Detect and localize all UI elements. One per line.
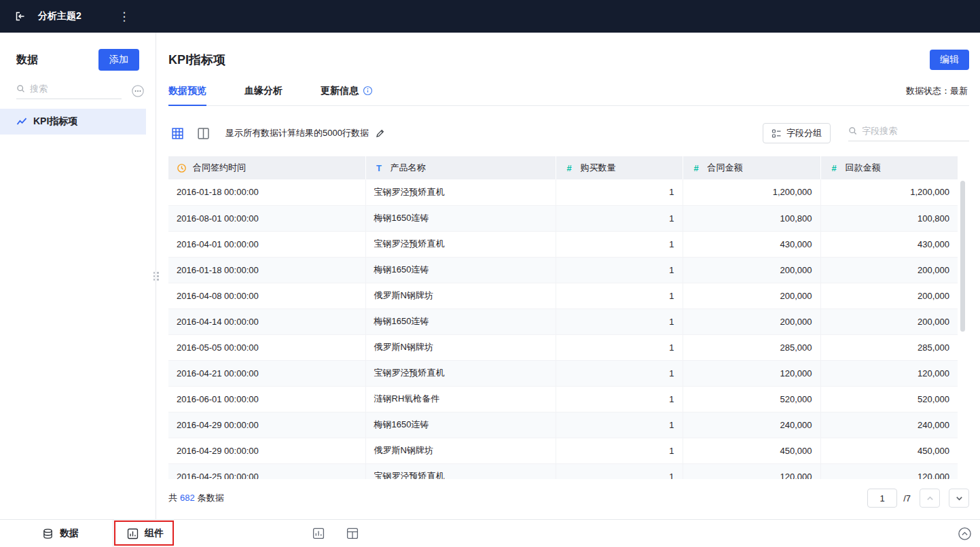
table-cell: 宝钢罗泾预矫直机: [365, 179, 556, 205]
next-page-button[interactable]: [949, 489, 969, 508]
table-cell: 俄罗斯N钢牌坊: [365, 438, 556, 463]
table-cell: 2016-04-29 00:00:00: [168, 438, 365, 463]
insert-table-icon[interactable]: [346, 527, 359, 540]
table-cell: 1: [556, 283, 683, 308]
exit-icon[interactable]: [11, 7, 29, 25]
table-cell: 1: [556, 179, 683, 205]
number-field-icon: #: [691, 163, 702, 173]
pane-resize-handle[interactable]: [153, 272, 160, 281]
pagination: /7: [867, 489, 969, 508]
table-cell: 2016-04-29 00:00:00: [168, 412, 365, 438]
chevron-down-icon: [955, 494, 964, 503]
sidebar-item-label: KPI指标项: [33, 116, 77, 128]
table-body: 2016-01-18 00:00:00宝钢罗泾预矫直机11,200,0001,2…: [168, 179, 958, 479]
bar-chart-icon: [127, 528, 139, 540]
add-data-button[interactable]: 添加: [98, 49, 139, 71]
insert-chart-icon[interactable]: [312, 527, 325, 540]
sidebar-item-kpi-dataset[interactable]: KPI指标项: [0, 109, 146, 135]
table-cell: 285,000: [820, 334, 958, 360]
field-search-input[interactable]: [862, 126, 969, 136]
sidebar-search[interactable]: [16, 84, 122, 99]
table-row: 2016-04-29 00:00:00梅钢1650连铸1240,000240,0…: [168, 412, 958, 438]
table-cell: 1,200,000: [820, 179, 958, 205]
field-group-button[interactable]: 字段分组: [763, 123, 831, 143]
table-cell: 宝钢罗泾预矫直机: [365, 360, 556, 386]
table-cell: 1: [556, 205, 683, 231]
table-cell: 100,800: [683, 205, 820, 231]
table-cell: 俄罗斯N钢牌坊: [365, 283, 556, 308]
table-cell: 450,000: [683, 438, 820, 463]
sidebar-search-input[interactable]: [30, 84, 122, 94]
table-cell: 100,800: [820, 205, 958, 231]
tab-update-info[interactable]: 更新信息: [321, 76, 373, 105]
table-cell: 1: [556, 360, 683, 386]
chevron-up-circle-icon: [958, 527, 972, 541]
table-cell: 450,000: [820, 438, 958, 463]
table-cell: 520,000: [683, 386, 820, 412]
row-count-text: 共682条数据: [168, 492, 224, 504]
tab-lineage-analysis[interactable]: 血缘分析: [244, 76, 283, 105]
edit-button[interactable]: 编辑: [930, 50, 969, 70]
table-cell: 1: [556, 386, 683, 412]
table-cell: 120,000: [683, 463, 820, 479]
table-cell: 1,200,000: [683, 179, 820, 205]
previous-page-button[interactable]: [920, 489, 940, 508]
vertical-scrollbar-thumb[interactable]: [960, 181, 965, 332]
column-header-contract-date[interactable]: 合同签约时间: [168, 156, 365, 179]
table-row: 2016-01-18 00:00:00宝钢罗泾预矫直机11,200,0001,2…: [168, 179, 958, 205]
table-cell: 梅钢1650连铸: [365, 308, 556, 334]
bottom-tab-data[interactable]: 数据: [42, 520, 113, 547]
edit-row-limit-icon[interactable]: [375, 128, 385, 139]
number-field-icon: #: [829, 163, 839, 173]
column-header-payment-amount[interactable]: # 回款金额: [820, 156, 958, 179]
table-cell: 宝钢罗泾预矫直机: [365, 463, 556, 479]
table-cell: 俄罗斯N钢牌坊: [365, 334, 556, 360]
table-cell: 2016-04-14 00:00:00: [168, 308, 365, 334]
table-cell: 120,000: [683, 360, 820, 386]
table-cell: 2016-05-05 00:00:00: [168, 334, 365, 360]
field-search[interactable]: [848, 126, 969, 141]
clock-icon: [177, 163, 187, 173]
table-row: 2016-05-05 00:00:00俄罗斯N钢牌坊1285,000285,00…: [168, 334, 958, 360]
topbar: 分析主题2 ⋮: [0, 0, 980, 33]
table-cell: 2016-08-01 00:00:00: [168, 205, 365, 231]
subject-title: 分析主题2: [38, 10, 81, 22]
table-cell: 宝钢罗泾预矫直机: [365, 231, 556, 257]
grid-view-icon[interactable]: [168, 124, 186, 142]
search-icon: [16, 84, 25, 94]
column-view-icon[interactable]: [194, 124, 212, 142]
page-number-input[interactable]: [867, 489, 897, 508]
column-header-product-name[interactable]: T 产品名称: [365, 156, 556, 179]
table-row: 2016-04-14 00:00:00梅钢1650连铸1200,000200,0…: [168, 308, 958, 334]
tab-bar: 数据预览 血缘分析 更新信息 数据状态： 最新: [168, 76, 969, 106]
page-total: /7: [903, 493, 911, 504]
table-cell: 梅钢1650连铸: [365, 412, 556, 438]
text-field-icon: T: [374, 163, 384, 173]
table-cell: 240,000: [683, 412, 820, 438]
tab-data-preview[interactable]: 数据预览: [168, 76, 206, 105]
table-cell: 涟钢RH氧枪备件: [365, 386, 556, 412]
data-preview-table: 合同签约时间 T 产品名称 # 购买数量: [168, 156, 969, 479]
table-cell: 120,000: [820, 360, 958, 386]
table-footer: 共682条数据 /7: [168, 488, 969, 508]
more-options-icon[interactable]: [130, 83, 146, 99]
page-title: KPI指标项: [168, 52, 225, 68]
more-menu-icon[interactable]: ⋮: [118, 10, 130, 24]
collapse-panel-button[interactable]: [958, 520, 972, 547]
info-icon: [363, 86, 373, 96]
table-row: 2016-06-01 00:00:00涟钢RH氧枪备件1520,000520,0…: [168, 386, 958, 412]
bottom-tab-component[interactable]: 组件: [113, 520, 177, 547]
table-cell: 2016-04-25 00:00:00: [168, 463, 365, 479]
search-icon: [848, 126, 857, 136]
table-cell: 1: [556, 412, 683, 438]
row-count-value: 682: [180, 493, 195, 503]
field-group-icon: [772, 128, 782, 139]
bottom-tab-bar: 数据 组件: [0, 519, 980, 547]
table-row: 2016-04-08 00:00:00俄罗斯N钢牌坊1200,000200,00…: [168, 283, 958, 308]
table-cell: 梅钢1650连铸: [365, 205, 556, 231]
column-header-purchase-qty[interactable]: # 购买数量: [556, 156, 683, 179]
table-cell: 1: [556, 257, 683, 283]
column-header-contract-amount[interactable]: # 合同金额: [683, 156, 820, 179]
line-chart-icon: [16, 116, 27, 127]
table-cell: 120,000: [820, 463, 958, 479]
